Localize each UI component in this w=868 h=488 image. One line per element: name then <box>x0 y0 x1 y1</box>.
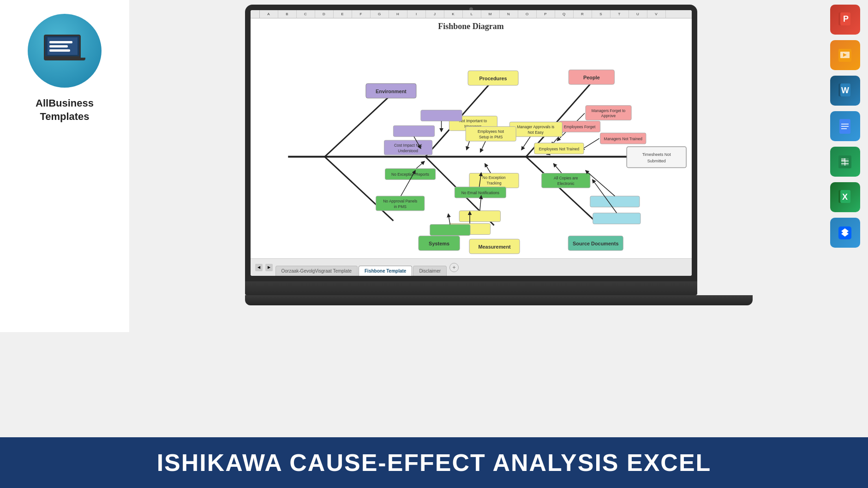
laptop-screen-area: A B C D E F G H I J K L M N O <box>251 10 692 276</box>
svg-text:Tracking: Tracking <box>486 181 501 185</box>
svg-text:Employees Forget: Employees Forget <box>563 125 595 129</box>
laptop-outer: A B C D E F G H I J K L M N O <box>245 5 697 305</box>
col-c: C <box>297 10 315 18</box>
bottom-banner: ISHIKAWA CAUSE-EFFECT ANALYSIS EXCEL <box>0 437 868 488</box>
svg-text:No Approval Panels: No Approval Panels <box>383 199 417 203</box>
svg-text:Not Easy: Not Easy <box>527 130 544 135</box>
col-a: A <box>260 10 278 18</box>
svg-rect-102 <box>459 211 500 222</box>
banner-text: ISHIKAWA CAUSE-EFFECT ANALYSIS EXCEL <box>157 449 712 476</box>
col-e: E <box>334 10 352 18</box>
tab-oorzaak[interactable]: Oorzaak-GevolgVisgraat Template <box>275 266 358 276</box>
svg-text:Understood: Understood <box>398 149 418 153</box>
svg-text:People: People <box>583 75 599 80</box>
excel-icon[interactable]: X <box>830 182 860 212</box>
tab-add-button[interactable]: + <box>449 263 459 272</box>
col-p: P <box>537 10 555 18</box>
svg-rect-44 <box>627 147 686 168</box>
logo-laptop-screen <box>44 35 81 58</box>
svg-rect-12 <box>841 128 847 129</box>
svg-text:Manager Approvals is: Manager Approvals is <box>517 125 554 129</box>
screen-line-1 <box>49 41 72 43</box>
excel-content: A B C D E F G H I J K L M N O <box>251 10 692 276</box>
word-icon[interactable]: W <box>830 76 860 106</box>
col-h: H <box>389 10 407 18</box>
svg-text:W: W <box>841 86 849 95</box>
col-t: T <box>611 10 629 18</box>
svg-text:Not Important to: Not Important to <box>459 119 487 123</box>
col-v: V <box>647 10 666 18</box>
svg-rect-100 <box>593 213 640 224</box>
svg-text:Employees Not Trained: Employees Not Trained <box>539 147 579 151</box>
svg-rect-10 <box>841 124 849 125</box>
screen-line-2 <box>49 45 68 48</box>
left-panel: AllBusiness Templates <box>0 0 129 332</box>
tab-disclaimer[interactable]: Disclaimer <box>413 266 447 276</box>
col-l: L <box>463 10 481 18</box>
svg-text:No Email Notifications: No Email Notifications <box>461 190 499 195</box>
svg-text:X: X <box>842 192 848 202</box>
tab-nav-right[interactable]: ▶ <box>265 264 273 271</box>
google-docs-icon[interactable] <box>830 111 860 141</box>
svg-text:Source Documents: Source Documents <box>573 241 618 246</box>
svg-text:Systems: Systems <box>429 241 449 246</box>
svg-rect-98 <box>590 196 639 207</box>
col-g: G <box>371 10 389 18</box>
svg-rect-106 <box>430 225 470 236</box>
svg-text:Timesheets Not: Timesheets Not <box>642 152 671 157</box>
brand-name: AllBusiness Templates <box>36 97 94 123</box>
tab-nav-left[interactable]: ◀ <box>255 264 263 271</box>
fishbone-svg: Environment Procedures People Systems <box>251 33 692 257</box>
svg-text:Procedures: Procedures <box>479 76 507 81</box>
svg-text:No Exception: No Exception <box>482 175 505 180</box>
laptop-display: A B C D E F G H I J K L M N O <box>245 5 697 281</box>
svg-text:Environment: Environment <box>376 89 407 94</box>
col-k: K <box>444 10 463 18</box>
laptop-container: A B C D E F G H I J K L M N O <box>120 5 822 337</box>
powerpoint-icon[interactable]: P <box>830 5 860 35</box>
svg-text:All Copies are: All Copies are <box>554 176 578 180</box>
logo-laptop-base <box>44 58 85 60</box>
svg-text:Managers Not Trained: Managers Not Trained <box>604 137 642 141</box>
col-n: N <box>500 10 518 18</box>
excel-corner <box>251 10 260 18</box>
svg-text:P: P <box>843 14 849 24</box>
svg-text:Employees Not: Employees Not <box>478 129 504 134</box>
col-i: I <box>407 10 426 18</box>
laptop-logo-icon <box>44 35 85 67</box>
fishbone-diagram-area: Fishbone Diagram <box>251 19 692 257</box>
col-b: B <box>278 10 297 18</box>
svg-rect-11 <box>841 126 849 127</box>
svg-text:Submitted: Submitted <box>647 159 665 163</box>
svg-text:Managers Forget to: Managers Forget to <box>591 108 625 113</box>
excel-column-headers: A B C D E F G H I J K L M N O <box>251 10 692 18</box>
screen-line-3 <box>49 49 70 52</box>
tab-bar: ◀ ▶ Oorzaak-GevolgVisgraat Template Fish… <box>251 258 692 276</box>
col-d: D <box>315 10 334 18</box>
dropbox-icon[interactable] <box>830 218 860 248</box>
svg-rect-18 <box>841 158 845 161</box>
col-u: U <box>629 10 647 18</box>
col-j: J <box>426 10 444 18</box>
google-slides-icon[interactable] <box>830 40 860 70</box>
right-panel: P W <box>826 5 863 248</box>
tab-fishbone[interactable]: Fishbone Template <box>359 266 412 276</box>
col-o: O <box>518 10 537 18</box>
col-s: S <box>592 10 611 18</box>
diagram-title: Fishbone Diagram <box>251 19 692 34</box>
laptop-base-bar <box>245 295 753 305</box>
svg-rect-76 <box>420 110 461 121</box>
svg-line-107 <box>448 214 450 225</box>
svg-text:Approve: Approve <box>601 113 616 118</box>
col-r: R <box>574 10 592 18</box>
col-f: F <box>352 10 371 18</box>
svg-text:Electronic: Electronic <box>557 181 574 186</box>
laptop-keyboard <box>245 281 697 295</box>
google-sheets-icon[interactable] <box>830 147 860 177</box>
svg-text:in PMS: in PMS <box>394 204 407 209</box>
logo-screen-content <box>48 37 78 55</box>
col-q: Q <box>555 10 574 18</box>
svg-rect-78 <box>393 125 434 137</box>
logo-circle <box>28 14 102 88</box>
svg-line-26 <box>324 93 393 157</box>
